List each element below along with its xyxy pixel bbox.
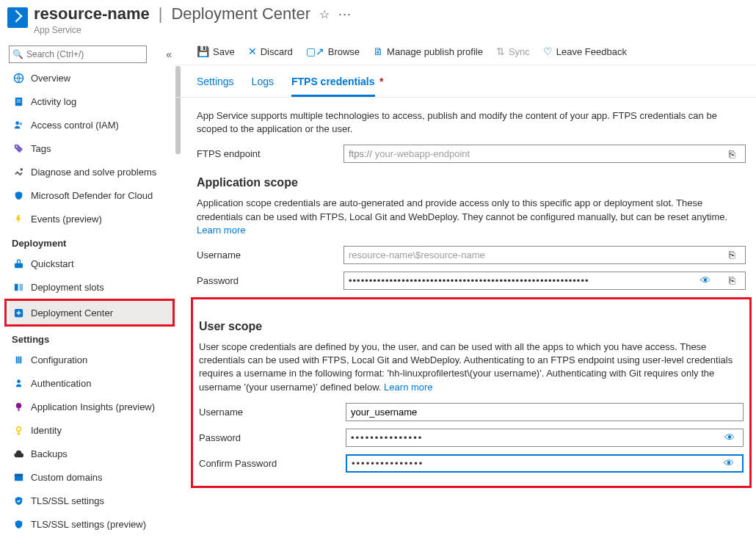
resource-name-title: resource-name	[34, 4, 150, 23]
sidebar-heading-deployment: Deployment	[12, 238, 175, 249]
copy-icon[interactable]: ⎘	[719, 247, 745, 263]
app-username-field[interactable]: resource-name\$resource-name ⎘	[344, 246, 746, 264]
log-icon	[12, 95, 25, 108]
feedback-button[interactable]: ♡Leave Feedback	[543, 45, 627, 57]
tab-logs[interactable]: Logs	[252, 76, 274, 97]
manage-publish-button[interactable]: 🗎Manage publish profile	[373, 45, 483, 57]
confirm-password-label: Confirm Password	[199, 458, 346, 469]
sidebar-item-overview[interactable]: Overview	[9, 66, 175, 90]
defender-icon	[12, 189, 25, 202]
sidebar-item-activity-log[interactable]: Activity log	[9, 90, 175, 113]
toolbar: 💾Save ✕Discard ▢↗Browse 🗎Manage publish …	[175, 40, 756, 65]
sidebar-item-label: Configuration	[31, 354, 87, 365]
sidebar-item-tls-ssl-settings[interactable]: TLS/SSL settings	[9, 489, 175, 512]
sidebar-item-diagnose-and-solve-problems[interactable]: Diagnose and solve problems	[9, 160, 175, 183]
insights-icon	[12, 400, 25, 413]
slots-icon	[12, 280, 25, 294]
page-title: Deployment Center	[171, 4, 310, 23]
user-username-label: Username	[199, 407, 346, 418]
sidebar-item-custom-domains[interactable]: Custom domains	[9, 465, 175, 489]
sync-icon: ⇅	[496, 45, 505, 57]
tls-icon	[12, 494, 25, 507]
user-password-input[interactable]: ••••••••••••••• 👁	[346, 429, 744, 447]
feedback-label: Leave Feedback	[556, 46, 627, 57]
domain-icon	[12, 470, 25, 484]
save-label: Save	[213, 46, 235, 57]
sidebar-item-tls-ssl-settings-preview-[interactable]: TLS/SSL settings (preview)	[9, 512, 175, 536]
highlight-box-deployment-center: Deployment Center	[4, 299, 175, 327]
svg-point-6	[15, 145, 17, 147]
eye-icon[interactable]: 👁	[716, 456, 742, 471]
app-password-field[interactable]: ••••••••••••••••••••••••••••••••••••••••…	[344, 272, 746, 290]
sidebar-item-label: Deployment Center	[31, 307, 113, 318]
heart-icon: ♡	[543, 45, 553, 57]
discard-button[interactable]: ✕Discard	[248, 45, 293, 57]
highlight-box-user-scope: User scope User scope credentials are de…	[191, 297, 752, 488]
sidebar-item-access-control-iam-[interactable]: Access control (IAM)	[9, 113, 175, 136]
sidebar-item-label: Overview	[31, 73, 70, 84]
resource-type-subtitle: App Service	[34, 25, 352, 35]
tab-settings[interactable]: Settings	[197, 76, 234, 97]
discard-label: Discard	[261, 46, 293, 57]
app-username-label: Username	[197, 250, 344, 261]
sidebar-item-label: Quickstart	[31, 258, 74, 269]
auth-icon	[12, 376, 25, 390]
confirm-password-input[interactable]: ••••••••••••••• 👁	[346, 454, 744, 473]
learn-more-link[interactable]: Learn more	[197, 225, 245, 236]
sidebar-item-backups[interactable]: Backups	[9, 442, 175, 465]
sidebar-item-identity[interactable]: Identity	[9, 418, 175, 442]
sidebar-item-label: TLS/SSL settings (preview)	[31, 519, 146, 530]
svg-rect-9	[14, 283, 18, 290]
application-scope-heading: Application scope	[197, 176, 746, 189]
user-password-label: Password	[199, 432, 346, 443]
confirm-password-value: •••••••••••••••	[352, 458, 424, 469]
tabs: Settings Logs FTPS credentials*	[175, 65, 756, 98]
backup-icon	[12, 447, 25, 460]
tab-ftps-label: FTPS credentials	[291, 76, 375, 87]
more-actions-icon[interactable]: ···	[338, 7, 352, 22]
save-button[interactable]: 💾Save	[197, 45, 235, 57]
svg-point-12	[17, 379, 21, 383]
sidebar-search-box[interactable]: 🔍	[9, 45, 147, 63]
main-panel: 💾Save ✕Discard ▢↗Browse 🗎Manage publish …	[175, 40, 756, 536]
eye-icon[interactable]: 👁	[692, 272, 719, 289]
tag-icon	[12, 142, 25, 155]
tab-ftps-credentials[interactable]: FTPS credentials*	[291, 76, 375, 97]
sidebar-item-deployment-slots[interactable]: Deployment slots	[9, 275, 175, 299]
ftps-endpoint-field[interactable]: ftps:// your-webapp-endpoint ⎘	[344, 145, 746, 163]
user-username-input[interactable]	[346, 403, 744, 421]
sidebar-item-label: Authentication	[31, 378, 91, 389]
copy-icon[interactable]: ⎘	[719, 272, 745, 289]
svg-point-13	[15, 402, 21, 408]
learn-more-link[interactable]: Learn more	[384, 382, 432, 393]
sidebar-item-microsoft-defender-for-cloud[interactable]: Microsoft Defender for Cloud	[9, 183, 175, 207]
sync-label: Sync	[509, 46, 530, 57]
discard-icon: ✕	[248, 45, 257, 57]
sidebar-item-label: Tags	[31, 143, 51, 154]
sidebar-item-label: TLS/SSL settings	[31, 495, 104, 506]
sidebar-item-events-preview-[interactable]: Events (preview)	[9, 207, 175, 230]
sidebar-item-configuration[interactable]: Configuration	[9, 348, 175, 371]
sidebar-item-application-insights-preview-[interactable]: Application Insights (preview)	[9, 395, 175, 418]
sidebar-item-authentication[interactable]: Authentication	[9, 371, 175, 395]
sidebar-item-label: Application Insights (preview)	[31, 401, 155, 412]
sidebar-item-quickstart[interactable]: Quickstart	[9, 252, 175, 275]
tlsp-icon	[12, 517, 25, 531]
collapse-sidebar-icon[interactable]: «	[166, 48, 172, 60]
sidebar-item-tags[interactable]: Tags	[9, 136, 175, 160]
sidebar-item-label: Microsoft Defender for Cloud	[31, 190, 153, 201]
favorite-star-icon[interactable]: ☆	[319, 7, 330, 21]
eye-icon[interactable]: 👁	[716, 429, 743, 446]
copy-icon[interactable]: ⎘	[719, 145, 745, 162]
user-username-value[interactable]	[351, 407, 738, 418]
svg-point-15	[16, 426, 21, 431]
browse-button[interactable]: ▢↗Browse	[306, 45, 360, 57]
identity-icon	[12, 423, 25, 437]
browse-label: Browse	[328, 46, 360, 57]
sidebar-item-deployment-center[interactable]: Deployment Center	[9, 301, 172, 324]
sidebar-search-input[interactable]	[26, 49, 143, 59]
diagnose-icon	[12, 165, 25, 178]
app-password-value: ••••••••••••••••••••••••••••••••••••••••…	[349, 275, 589, 286]
intro-text: App Service supports multiple technologi…	[197, 109, 746, 136]
ftps-endpoint-value: your-webapp-endpoint	[375, 148, 470, 159]
